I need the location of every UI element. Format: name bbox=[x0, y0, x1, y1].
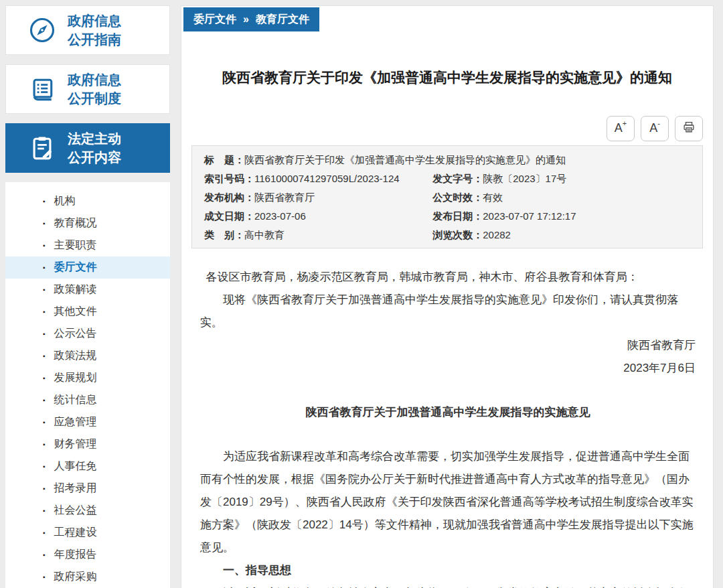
section1-paragraph: 以习近平新时代中国特色社会主义思想为指导，全面贯彻党的教育方针，落实立德树人根本… bbox=[200, 582, 696, 588]
meta-row: 发布机构：陕西省教育厅 公文时效：有效 bbox=[204, 188, 690, 207]
sidebar-item-caiwuguanli[interactable]: ▪财务管理 bbox=[5, 433, 170, 455]
meta-value-category: 高中教育 bbox=[244, 226, 285, 244]
menu-label: 其他文件 bbox=[54, 305, 97, 319]
meta-row: 索引号码：11610000741297059L/2023-124 发文字号：陕教… bbox=[204, 169, 690, 188]
clipboard-pencil-icon bbox=[27, 133, 57, 163]
sidebar-item-shehuigongyi[interactable]: ▪社会公益 bbox=[5, 500, 170, 522]
address-line: 各设区市教育局，杨凌示范区教育局，韩城市教育局，神木市、府谷县教育和体育局： bbox=[200, 266, 696, 289]
meta-label-docnum: 发文字号： bbox=[432, 169, 483, 188]
sidebar-item-zhengcefagui[interactable]: ▪政策法规 bbox=[5, 345, 170, 367]
bullet-icon: ▪ bbox=[43, 331, 46, 338]
sidebar-item-jigou[interactable]: ▪机构 bbox=[5, 190, 170, 212]
plus-sign: + bbox=[623, 120, 627, 127]
document-body: 各设区市教育局，杨凌示范区教育局，韩城市教育局，神木市、府谷县教育和体育局： 现… bbox=[200, 266, 696, 588]
bullet-icon: ▪ bbox=[43, 530, 46, 536]
bullet-icon: ▪ bbox=[43, 463, 46, 470]
meta-label-issuer: 发布机构： bbox=[204, 188, 254, 207]
toolbar: A+ A- bbox=[191, 116, 703, 141]
meta-row: 类 别：高中教育 浏览次数：20282 bbox=[204, 226, 690, 244]
meta-label-category: 类 别： bbox=[204, 226, 244, 244]
bullet-icon: ▪ bbox=[43, 242, 46, 249]
sidebar-item-gongchengjianshe[interactable]: ▪工程建设 bbox=[5, 522, 170, 544]
bullet-icon: ▪ bbox=[43, 287, 46, 293]
meta-label-validity: 公文时效： bbox=[432, 188, 483, 207]
sidebar-menu: ▪机构 ▪教育概况 ▪主要职责 ▪委厅文件 ▪政策解读 ▪其他文件 ▪公示公告 … bbox=[5, 182, 170, 588]
sidebar-item-renshirenmian[interactable]: ▪人事任免 bbox=[5, 455, 170, 477]
sidebar-item-gongshigonggao[interactable]: ▪公示公告 bbox=[5, 323, 170, 345]
sidebar-box-line2: 公开制度 bbox=[68, 91, 121, 106]
bullet-icon: ▪ bbox=[43, 574, 46, 581]
bullet-icon: ▪ bbox=[43, 552, 46, 559]
font-letter: A bbox=[649, 121, 657, 135]
menu-label: 工程建设 bbox=[54, 526, 97, 540]
menu-label: 机构 bbox=[54, 194, 76, 208]
menu-label: 招考录用 bbox=[54, 482, 97, 496]
font-decrease-button[interactable]: A- bbox=[641, 116, 669, 141]
menu-label: 发展规划 bbox=[54, 371, 97, 385]
meta-value-written-date: 2023-07-06 bbox=[254, 207, 306, 226]
bullet-icon: ▪ bbox=[43, 397, 46, 404]
menu-label: 社会公益 bbox=[54, 504, 97, 518]
meta-value-validity: 有效 bbox=[483, 188, 503, 207]
sidebar-box-info-system[interactable]: 政府信息 公开制度 bbox=[5, 64, 170, 114]
font-increase-button[interactable]: A+ bbox=[607, 116, 635, 141]
breadcrumb: 委厅文件 » 教育厅文件 bbox=[183, 7, 319, 31]
menu-label: 政策法规 bbox=[54, 349, 97, 363]
bullet-icon: ▪ bbox=[43, 441, 46, 448]
sign-date-line: 2023年7月6日 bbox=[200, 357, 696, 380]
compass-icon bbox=[27, 15, 57, 45]
menu-label: 政府采购 bbox=[54, 570, 97, 584]
bullet-icon: ▪ bbox=[43, 419, 46, 426]
menu-label: 公示公告 bbox=[54, 327, 97, 341]
printer-icon bbox=[681, 120, 696, 138]
sidebar-box-line2: 公开内容 bbox=[68, 150, 121, 165]
sidebar-box-label: 政府信息 公开制度 bbox=[68, 70, 121, 108]
sidebar-item-fazhanguihua[interactable]: ▪发展规划 bbox=[5, 367, 170, 389]
sidebar-box-info-guide[interactable]: 政府信息 公开指南 bbox=[5, 5, 170, 55]
document-meta-table: 标 题： 陕西省教育厅关于印发《加强普通高中学生发展指导的实施意见》的通知 索引… bbox=[191, 145, 703, 248]
meta-value-views: 20282 bbox=[483, 226, 511, 244]
menu-label: 年度报告 bbox=[54, 548, 97, 562]
bullet-icon: ▪ bbox=[43, 198, 46, 205]
meta-label-publish-date: 发布日期： bbox=[432, 207, 483, 226]
sidebar: 政府信息 公开指南 政府信息 公开制度 bbox=[5, 5, 170, 588]
sidebar-item-niandubaogao[interactable]: ▪年度报告 bbox=[5, 544, 170, 566]
bullet-icon: ▪ bbox=[43, 375, 46, 382]
meta-label-views: 浏览次数： bbox=[432, 226, 483, 244]
bullet-icon: ▪ bbox=[43, 309, 46, 315]
sidebar-box-label: 法定主动 公开内容 bbox=[68, 129, 121, 167]
sidebar-item-zhengfucaigou[interactable]: ▪政府采购 bbox=[5, 566, 170, 588]
meta-value-index: 11610000741297059L/2023-124 bbox=[254, 169, 400, 188]
meta-value-docnum: 陕教〔2023〕17号 bbox=[483, 169, 566, 188]
bullet-icon: ▪ bbox=[43, 265, 46, 271]
sidebar-item-qitawenjian[interactable]: ▪其他文件 bbox=[5, 301, 170, 323]
font-letter: A bbox=[615, 121, 623, 135]
sidebar-item-tongjixinxi[interactable]: ▪统计信息 bbox=[5, 389, 170, 411]
meta-label-written-date: 成文日期： bbox=[204, 207, 254, 226]
menu-label: 教育概况 bbox=[54, 216, 97, 230]
menu-label: 主要职责 bbox=[54, 238, 97, 252]
sidebar-box-line2: 公开指南 bbox=[68, 32, 121, 47]
sidebar-box-line1: 政府信息 bbox=[68, 72, 121, 87]
sidebar-item-zhaokaoluyong[interactable]: ▪招考录用 bbox=[5, 477, 170, 500]
menu-label: 应急管理 bbox=[54, 415, 97, 429]
breadcrumb-parent-link[interactable]: 委厅文件 bbox=[193, 13, 236, 27]
bullet-icon: ▪ bbox=[43, 220, 46, 227]
content-panel: 委厅文件 » 教育厅文件 陕西省教育厅关于印发《加强普通高中学生发展指导的实施意… bbox=[181, 5, 714, 588]
sidebar-item-yingjiguanli[interactable]: ▪应急管理 bbox=[5, 411, 170, 433]
print-button[interactable] bbox=[675, 116, 703, 141]
menu-label: 政策解读 bbox=[54, 283, 97, 297]
attachment-heading: 陕西省教育厅关于加强普通高中学生发展指导的实施意见 bbox=[200, 401, 696, 424]
bullet-icon: ▪ bbox=[43, 508, 46, 514]
sidebar-item-zhuyaozhize[interactable]: ▪主要职责 bbox=[5, 234, 170, 256]
intro-paragraph: 为适应我省新课程改革和高考综合改革需要，切实加强学生发展指导，促进普通高中学生全… bbox=[200, 445, 696, 559]
menu-label: 统计信息 bbox=[54, 393, 97, 407]
meta-label-index: 索引号码： bbox=[204, 169, 254, 188]
page: 政府信息 公开指南 政府信息 公开制度 bbox=[0, 0, 723, 588]
meta-value-title: 陕西省教育厅关于印发《加强普通高中学生发展指导的实施意见》的通知 bbox=[244, 151, 566, 169]
sidebar-item-weitingwenjian[interactable]: ▪委厅文件 bbox=[5, 256, 170, 279]
sidebar-box-legal-disclosure[interactable]: 法定主动 公开内容 bbox=[5, 123, 170, 173]
breadcrumb-current-link[interactable]: 教育厅文件 bbox=[256, 13, 309, 27]
sidebar-item-jiaoyugaikuang[interactable]: ▪教育概况 bbox=[5, 212, 170, 234]
sidebar-item-zhengcejiedu[interactable]: ▪政策解读 bbox=[5, 279, 170, 301]
